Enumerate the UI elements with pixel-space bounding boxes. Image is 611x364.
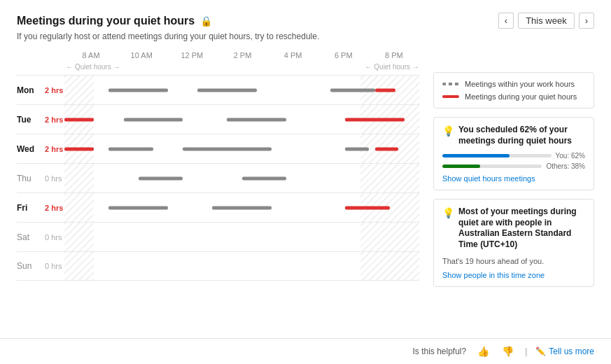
progress-bar-others-bg [442, 164, 542, 168]
insight-1-title: You scheduled 62% of your meetings durin… [458, 125, 585, 146]
day-label-sun: Sun [17, 261, 45, 271]
day-bar-area-thu [64, 164, 419, 192]
day-bar-area-wed [64, 134, 419, 163]
progress-bar-others-fill [442, 164, 480, 168]
bar-mon-3 [375, 88, 396, 92]
footer-actions: 👍 👎 [475, 344, 517, 358]
time-axis: 8 AM10 AM12 PM2 PM4 PM6 PM8 PM [66, 51, 419, 59]
insight-1-header: 💡 You scheduled 62% of your meetings dur… [442, 125, 585, 146]
legend-work-hours: Meetings within your work hours [442, 80, 585, 88]
progress-bar-you-fill [442, 154, 510, 158]
hatch-right-thu [360, 164, 420, 192]
day-rows: Mon2 hrsTue2 hrsWed2 hrsThu0 hrsFri2 hrs… [17, 75, 419, 281]
bar-thu-1 [242, 176, 286, 180]
day-label-fri: Fri [17, 203, 45, 213]
day-label-wed: Wed [17, 144, 45, 154]
hatch-right-sat [360, 223, 420, 251]
quiet-hours-left-label: ← Quiet hours → [66, 63, 120, 71]
time-label: 12 PM [167, 51, 217, 59]
day-row-tue: Tue2 hrs [17, 104, 419, 134]
time-label: 10 AM [116, 51, 167, 59]
insight-2-title: Most of your meetings during quiet are w… [458, 206, 585, 250]
bar-tue-2 [227, 118, 286, 121]
edit-icon: ✏️ [535, 346, 546, 356]
day-hours-mon: 2 hrs [45, 86, 64, 94]
legend-work-hours-label: Meetings within your work hours [465, 80, 575, 88]
bar-mon-0 [108, 88, 168, 92]
hatch-left-thu [64, 164, 94, 192]
bar-wed-3 [345, 147, 369, 150]
show-quiet-hours-link[interactable]: Show quiet hours meetings [442, 174, 535, 183]
hatch-left-sat [64, 223, 94, 251]
bar-fri-2 [345, 206, 389, 209]
thumbs-down-button[interactable]: 👎 [499, 344, 517, 358]
day-row-wed: Wed2 hrs [17, 134, 419, 163]
day-row-sat: Sat0 hrs [17, 222, 419, 251]
show-people-link[interactable]: Show people in this time zone [442, 271, 585, 279]
day-row-mon: Mon2 hrs [17, 75, 419, 104]
day-bar-area-tue [64, 105, 419, 134]
legend-quiet-hours: Meetings during your quiet hours [442, 92, 585, 101]
bar-tue-3 [345, 118, 405, 121]
quiet-hours-row: ← Quiet hours → ← Quiet hours → [66, 61, 419, 72]
bar-wed-1 [108, 147, 153, 150]
day-hours-fri: 2 hrs [45, 204, 64, 212]
insight-2-box: 💡 Most of your meetings during quiet are… [433, 199, 594, 287]
time-label: 4 PM [268, 51, 318, 59]
day-row-sun: Sun0 hrs [17, 251, 419, 281]
right-panel: Meetings within your work hours Meetings… [433, 51, 594, 331]
day-label-thu: Thu [17, 174, 45, 183]
next-week-button[interactable]: › [579, 13, 594, 29]
day-bar-area-mon [64, 76, 419, 104]
helpful-label: Is this helpful? [412, 346, 466, 356]
hatch-left-sun [64, 252, 94, 280]
time-label: 8 AM [66, 51, 116, 59]
page-title: Meetings during your quiet hours [17, 15, 195, 27]
legend-box: Meetings within your work hours Meetings… [433, 72, 594, 108]
day-bar-area-fri [64, 193, 419, 222]
bar-thu-0 [139, 176, 183, 180]
hatch-left-mon [64, 76, 94, 104]
hatch-right-sun [360, 252, 420, 280]
quiet-hours-right-label: ← Quiet hours → [365, 63, 419, 71]
thumbs-up-button[interactable]: 👍 [475, 344, 492, 358]
day-row-fri: Fri2 hrs [17, 192, 419, 222]
progress-row-others: Others: 38% [442, 162, 585, 170]
bar-wed-2 [183, 147, 272, 150]
prev-week-button[interactable]: ‹ [498, 13, 514, 29]
day-bar-area-sat [64, 223, 419, 251]
time-label: 6 PM [318, 51, 369, 59]
insight-2-header: 💡 Most of your meetings during quiet are… [442, 206, 585, 250]
legend-quiet-hours-label: Meetings during your quiet hours [465, 92, 577, 101]
progress-bar-you-bg [442, 154, 552, 158]
footer: Is this helpful? 👍 👎 | ✏️ Tell us more [0, 338, 611, 364]
you-label: You: 62% [556, 152, 585, 160]
tell-us-more-link[interactable]: ✏️ Tell us more [535, 346, 594, 356]
day-hours-sat: 0 hrs [45, 233, 64, 241]
day-hours-thu: 0 hrs [45, 174, 64, 183]
day-row-thu: Thu0 hrs [17, 163, 419, 192]
time-label: 2 PM [217, 51, 267, 59]
insight-1-icon: 💡 [442, 125, 454, 136]
bar-wed-4 [375, 147, 399, 150]
chart-area: 8 AM10 AM12 PM2 PM4 PM6 PM8 PM ← Quiet h… [17, 51, 419, 331]
legend-gray-dash [442, 83, 459, 85]
bar-fri-1 [212, 206, 272, 209]
week-label: This week [518, 13, 575, 29]
hatch-left-fri [64, 193, 94, 222]
bar-fri-0 [108, 206, 168, 209]
lock-icon: 🔒 [200, 15, 212, 27]
day-hours-wed: 2 hrs [45, 145, 64, 153]
legend-red-dash [442, 95, 459, 98]
day-label-mon: Mon [17, 85, 45, 95]
day-hours-sun: 0 hrs [45, 262, 64, 270]
progress-row-you: You: 62% [442, 152, 585, 160]
bar-wed-0 [64, 147, 94, 150]
insight-2-icon: 💡 [442, 207, 454, 218]
bar-tue-0 [64, 118, 94, 121]
day-hours-tue: 2 hrs [45, 115, 64, 124]
day-label-tue: Tue [17, 115, 45, 125]
bar-tue-1 [124, 118, 183, 121]
day-label-sat: Sat [17, 232, 45, 242]
bar-mon-1 [197, 88, 257, 92]
